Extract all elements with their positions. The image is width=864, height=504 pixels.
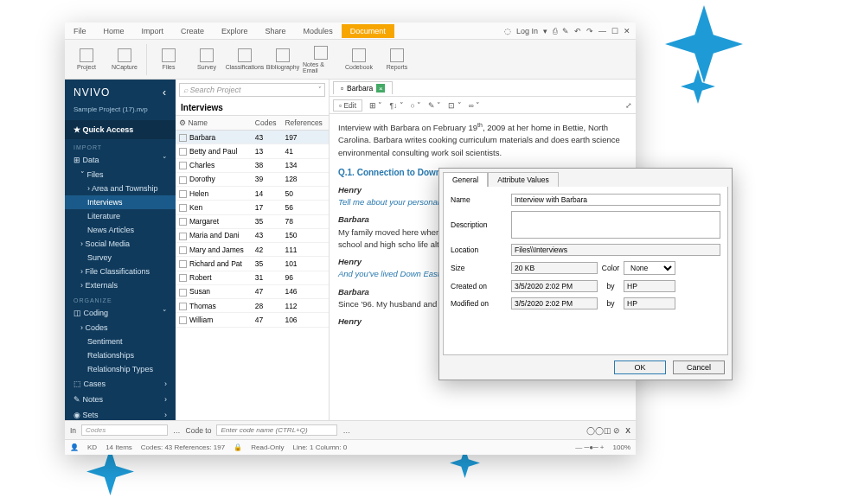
toolbar-dropdown[interactable]: ○ ˅ (411, 101, 422, 110)
undo-icon[interactable]: ↶ (574, 27, 581, 35)
sidebar-literature[interactable]: Literature (65, 209, 176, 223)
zoom-slider[interactable]: — ─●─ + (575, 443, 604, 451)
dialog-tab-general[interactable]: General (443, 172, 488, 187)
project-name: Sample Project (17).nvp (65, 105, 176, 120)
close-icon[interactable]: ✕ (624, 27, 630, 35)
col-refs[interactable]: References (281, 116, 329, 131)
ribbon-files[interactable]: Files (150, 41, 187, 78)
sidebar-cases[interactable]: ⬚ Cases› (65, 376, 176, 392)
table-row[interactable]: Ken1756 (176, 201, 329, 214)
sidebar-reltypes[interactable]: Relationship Types (65, 362, 176, 376)
edit-button[interactable]: ▫ Edit (333, 99, 362, 112)
ribbon-notes-email[interactable]: Notes & Email (303, 41, 339, 78)
table-row[interactable]: Margaret3578 (176, 214, 329, 228)
code-to-field[interactable] (216, 424, 337, 436)
desc-field[interactable] (511, 211, 720, 239)
collapse-icon[interactable]: ‹ (163, 86, 167, 99)
table-row[interactable]: Thomas28112 (176, 299, 329, 313)
sidebar-social[interactable]: › Social Media (65, 237, 176, 251)
file-icon (179, 218, 187, 226)
document-toolbar: ▫ Edit ⊞ ˅ ¶↓ ˅ ○ ˅ ✎ ˅ ⊡ ˅ ∞ ˅ ⤢ (330, 97, 636, 114)
list-title: Interviews (176, 100, 329, 116)
menu-explore[interactable]: Explore (213, 27, 257, 35)
table-row[interactable]: Helen1450 (176, 187, 329, 201)
toolbar-dropdown[interactable]: ⊡ ˅ (448, 101, 461, 110)
ribbon-codebook[interactable]: Codebook (341, 41, 377, 78)
reports-icon (390, 48, 404, 62)
ellipsis-button[interactable]: … (173, 426, 181, 435)
maximize-icon[interactable]: ☐ (611, 27, 618, 35)
search-input[interactable]: ⌕ Search Project˅ (179, 83, 325, 97)
sidebar-area[interactable]: › Area and Township (65, 182, 176, 195)
created-field (511, 280, 598, 292)
menu-document[interactable]: Document (342, 24, 394, 38)
login-link[interactable]: Log In (516, 27, 538, 35)
ellipsis-button[interactable]: … (342, 426, 350, 435)
sidebar-survey[interactable]: Survey (65, 251, 176, 265)
sidebar-sentiment[interactable]: Sentiment (65, 335, 176, 348)
table-row[interactable]: Charles38134 (176, 158, 329, 172)
close-tab-icon[interactable]: × (376, 84, 385, 93)
table-row[interactable]: Maria and Dani43150 (176, 228, 329, 242)
table-row[interactable]: Susan47146 (176, 284, 329, 298)
cloud-icon[interactable]: ◌ (504, 27, 511, 35)
files-icon (162, 48, 176, 62)
table-row[interactable]: Barbara43197 (176, 131, 329, 144)
toolbar-icon[interactable]: ✎ (562, 27, 569, 35)
table-row[interactable]: Dorothy39128 (176, 172, 329, 186)
sidebar-data[interactable]: ⊞ Data˅ (65, 152, 176, 168)
ok-button[interactable]: OK (614, 360, 666, 374)
menu-create[interactable]: Create (172, 27, 213, 35)
color-select[interactable]: None (624, 261, 675, 275)
menu-home[interactable]: Home (95, 27, 133, 35)
sidebar-files[interactable]: ˅ Files (65, 168, 176, 182)
ribbon-project[interactable]: Project (68, 41, 105, 78)
sidebar-interviews[interactable]: Interviews (65, 195, 176, 209)
table-row[interactable]: Mary and James42111 (176, 243, 329, 257)
sidebar-fileclass[interactable]: › File Classifications (65, 265, 176, 278)
table-row[interactable]: Richard and Pat35101 (176, 257, 329, 271)
dialog-tab-attributes[interactable]: Attribute Values (488, 172, 558, 187)
quick-access[interactable]: ★ Quick Access (65, 120, 176, 139)
col-codes[interactable]: Codes (252, 116, 282, 131)
toolbar-icon[interactable]: ▾ (543, 27, 547, 35)
menu-share[interactable]: Share (257, 27, 295, 35)
ribbon-classifications[interactable]: Classifications (227, 41, 263, 78)
menu-modules[interactable]: Modules (295, 27, 342, 35)
ribbon-reports[interactable]: Reports (379, 41, 415, 78)
sidebar-relationships[interactable]: Relationships (65, 348, 176, 362)
ribbon-bibliography[interactable]: Bibliography (265, 41, 301, 78)
menu-import[interactable]: Import (133, 27, 173, 35)
redo-icon[interactable]: ↷ (586, 27, 593, 35)
sidebar-externals[interactable]: › Externals (65, 278, 176, 292)
sidebar-coding[interactable]: ◫ Coding˅ (65, 305, 176, 321)
table-row[interactable]: Robert3196 (176, 271, 329, 284)
sidebar-sets[interactable]: ◉ Sets› (65, 407, 176, 420)
ribbon-ncapture[interactable]: NCapture (106, 41, 143, 78)
tab-barbara[interactable]: ▫Barbara× (333, 81, 393, 94)
sidebar-news[interactable]: News Articles (65, 223, 176, 237)
code-tools[interactable]: ◯◯◫ ⊘ (586, 426, 620, 435)
close-codebar[interactable]: X (625, 426, 630, 435)
name-field[interactable] (511, 194, 720, 206)
chevron-down-icon: ˅ (163, 309, 167, 317)
table-row[interactable]: William47106 (176, 313, 329, 327)
toolbar-dropdown[interactable]: ¶↓ ˅ (389, 101, 403, 110)
toolbar-dropdown[interactable]: ⊞ ˅ (369, 101, 382, 110)
toolbar-icon[interactable]: ⎙ (553, 27, 557, 35)
toolbar-dropdown[interactable]: ✎ ˅ (428, 101, 441, 110)
table-row[interactable]: Betty and Paul1341 (176, 144, 329, 158)
code-in-field[interactable] (81, 424, 168, 436)
chevron-down-icon[interactable]: ˅ (317, 86, 321, 94)
codebook-icon (352, 48, 366, 62)
sidebar-codes[interactable]: › Codes (65, 321, 176, 335)
cancel-button[interactable]: Cancel (673, 360, 725, 374)
ribbon-survey[interactable]: Survey (189, 41, 225, 78)
sidebar-notes[interactable]: ✎ Notes› (65, 392, 176, 407)
menu-file[interactable]: File (65, 27, 95, 35)
minimize-icon[interactable]: — (598, 27, 606, 35)
toolbar-dropdown[interactable]: ∞ ˅ (469, 101, 480, 110)
file-icon (179, 134, 187, 142)
col-name[interactable]: ⚙ Name (176, 116, 252, 131)
expand-icon[interactable]: ⤢ (625, 101, 632, 110)
